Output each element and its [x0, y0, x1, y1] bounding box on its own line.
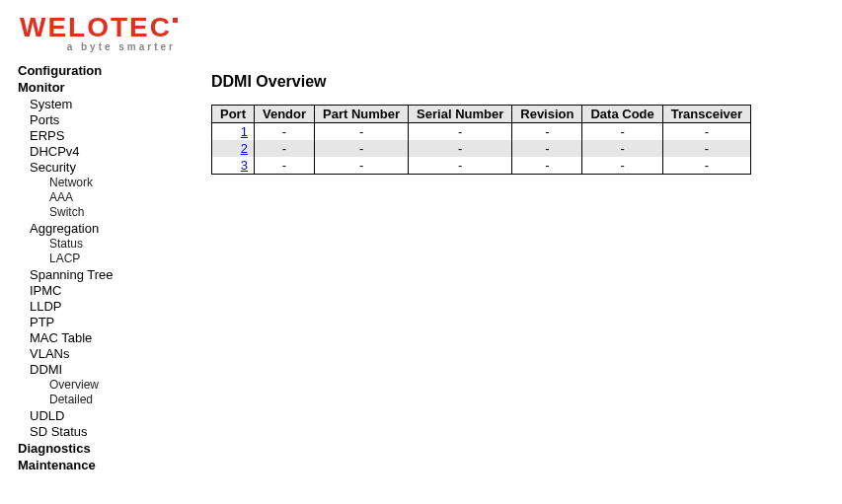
logo-text: WELOTEC a byte smarter	[20, 12, 178, 52]
cell-vendor: -	[255, 157, 315, 175]
col-data-code: Data Code	[582, 106, 662, 123]
cell-serial-number: -	[409, 123, 512, 141]
sidebar-item-vlans[interactable]: VLANs	[30, 346, 170, 361]
sidebar-item-ports[interactable]: Ports	[30, 112, 170, 127]
port-link[interactable]: 1	[241, 124, 248, 139]
sidebar-item-configuration[interactable]: Configuration	[18, 63, 170, 78]
sidebar-item-ptp[interactable]: PTP	[30, 315, 170, 329]
sidebar-item-erps[interactable]: ERPS	[30, 128, 170, 143]
sidebar-item-security-network[interactable]: Network	[49, 176, 170, 189]
cell-data-code: -	[582, 157, 662, 175]
sidebar-item-ipmc[interactable]: IPMC	[30, 283, 170, 298]
sidebar-item-ddmi-detailed[interactable]: Detailed	[49, 393, 170, 406]
sidebar-item-lldp[interactable]: LLDP	[30, 299, 170, 314]
sidebar-item-udld[interactable]: UDLD	[30, 408, 170, 423]
sidebar-item-security-switch[interactable]: Switch	[49, 205, 170, 219]
cell-revision: -	[512, 123, 582, 141]
sidebar-item-sd-status[interactable]: SD Status	[30, 424, 170, 439]
port-link[interactable]: 2	[241, 141, 248, 156]
sidebar-item-system[interactable]: System	[30, 97, 170, 111]
col-transceiver: Transceiver	[662, 106, 750, 123]
cell-data-code: -	[582, 123, 662, 141]
cell-vendor: -	[255, 123, 315, 141]
sidebar-item-diagnostics[interactable]: Diagnostics	[18, 441, 170, 456]
sidebar-item-maintenance[interactable]: Maintenance	[18, 458, 170, 472]
table-row: 2 - - - - - -	[212, 140, 751, 157]
table-header-row: Port Vendor Part Number Serial Number Re…	[212, 106, 751, 123]
cell-part-number: -	[315, 157, 409, 175]
col-part-number: Part Number	[315, 106, 409, 123]
table-row: 1 - - - - - -	[212, 123, 751, 141]
sidebar-item-aggregation-lacp[interactable]: LACP	[49, 252, 170, 265]
logo-area: WELOTEC a byte smarter	[0, 0, 842, 57]
page-title: DDMI Overview	[211, 73, 822, 91]
logo-tagline: a byte smarter	[20, 41, 178, 52]
logo-main: WELOTEC	[20, 12, 172, 42]
sidebar-item-security-aaa[interactable]: AAA	[49, 190, 170, 204]
col-revision: Revision	[512, 106, 582, 123]
cell-transceiver: -	[662, 157, 750, 175]
logo-dot-icon	[173, 18, 178, 23]
sidebar-item-ddmi[interactable]: DDMI	[30, 362, 170, 377]
cell-data-code: -	[582, 140, 662, 157]
cell-revision: -	[512, 140, 582, 157]
main-content: DDMI Overview Port Vendor Part Number Se…	[178, 57, 842, 194]
cell-transceiver: -	[662, 140, 750, 157]
cell-serial-number: -	[409, 157, 512, 175]
sidebar-item-dhcpv4[interactable]: DHCPv4	[30, 144, 170, 159]
sidebar: Configuration Monitor System Ports ERPS …	[0, 57, 178, 494]
ddmi-table: Port Vendor Part Number Serial Number Re…	[211, 105, 751, 175]
sidebar-item-spanning-tree[interactable]: Spanning Tree	[30, 267, 170, 282]
sidebar-item-monitor[interactable]: Monitor	[18, 80, 170, 95]
cell-part-number: -	[315, 123, 409, 141]
cell-serial-number: -	[409, 140, 512, 157]
cell-revision: -	[512, 157, 582, 175]
sidebar-item-ddmi-overview[interactable]: Overview	[49, 378, 170, 392]
cell-transceiver: -	[662, 123, 750, 141]
cell-part-number: -	[315, 140, 409, 157]
sidebar-item-mac-table[interactable]: MAC Table	[30, 330, 170, 345]
sidebar-item-aggregation[interactable]: Aggregation	[30, 221, 170, 236]
col-vendor: Vendor	[255, 106, 315, 123]
table-row: 3 - - - - - -	[212, 157, 751, 175]
sidebar-item-security[interactable]: Security	[30, 160, 170, 175]
cell-vendor: -	[255, 140, 315, 157]
col-serial-number: Serial Number	[409, 106, 512, 123]
col-port: Port	[212, 106, 255, 123]
sidebar-item-aggregation-status[interactable]: Status	[49, 237, 170, 251]
port-link[interactable]: 3	[241, 158, 248, 173]
